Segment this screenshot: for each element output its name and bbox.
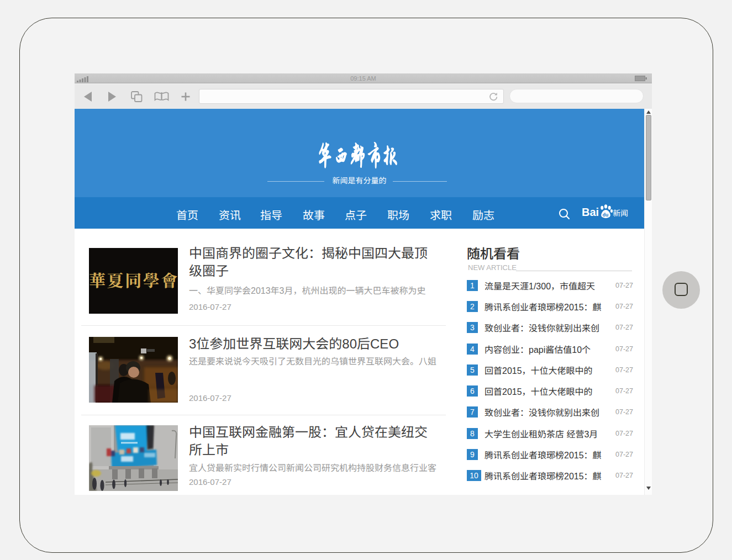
svg-text:du: du	[603, 212, 609, 218]
